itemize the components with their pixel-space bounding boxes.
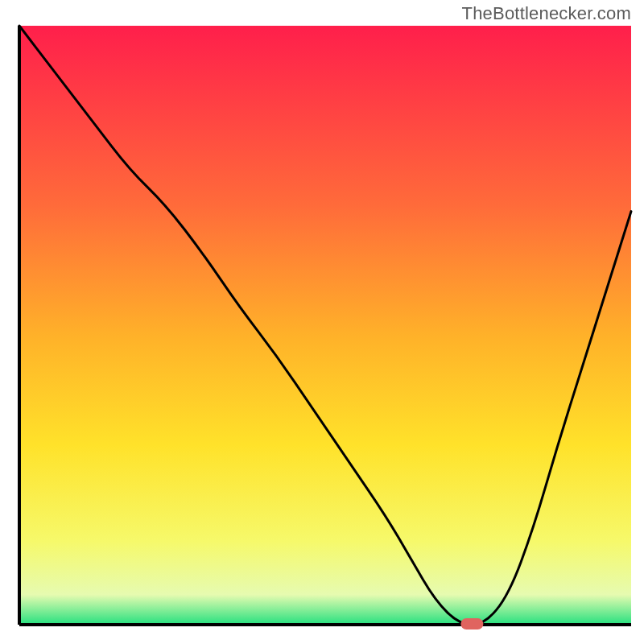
optimal-marker	[460, 618, 483, 630]
plot-background	[19, 26, 631, 625]
watermark-text: TheBottlenecker.com	[462, 3, 631, 24]
chart-container: { "watermark": "TheBottlenecker.com", "c…	[0, 0, 644, 644]
bottleneck-chart	[0, 0, 644, 644]
